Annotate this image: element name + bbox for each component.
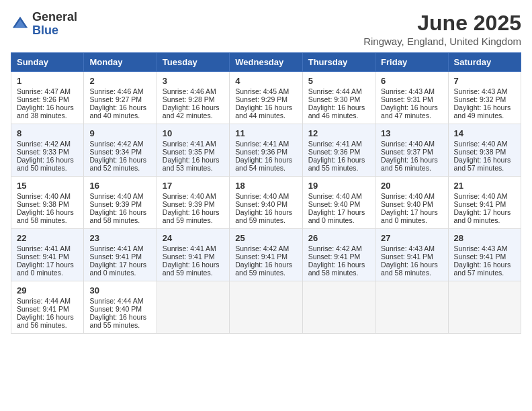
sunset-label: Sunset: 9:29 PM xyxy=(235,95,287,103)
day-number: 13 xyxy=(381,128,442,138)
sunset-label: Sunset: 9:28 PM xyxy=(163,95,215,103)
day-number: 27 xyxy=(381,233,442,243)
day-number: 15 xyxy=(17,181,78,191)
sunrise-label: Sunrise: 4:46 AM xyxy=(163,87,216,95)
logo-blue-text: Blue xyxy=(32,24,77,38)
daylight-label: Daylight: 16 hours and 59 minutes. xyxy=(235,208,292,224)
day-number: 7 xyxy=(454,76,515,86)
daylight-label: Daylight: 16 hours and 58 minutes. xyxy=(308,261,365,277)
sunset-label: Sunset: 9:41 PM xyxy=(454,200,506,208)
title-block: June 2025 Ringway, England, United Kingd… xyxy=(363,11,521,47)
day-number: 1 xyxy=(17,76,78,86)
table-row: 20 Sunrise: 4:40 AM Sunset: 9:40 PM Dayl… xyxy=(375,177,448,229)
table-row: 6 Sunrise: 4:43 AM Sunset: 9:31 PM Dayli… xyxy=(375,72,448,124)
daylight-label: Daylight: 16 hours and 44 minutes. xyxy=(235,103,292,120)
sunrise-label: Sunrise: 4:40 AM xyxy=(17,192,71,200)
logo: General Blue xyxy=(11,11,77,38)
calendar-header-row: Sunday Monday Tuesday Wednesday Thursday… xyxy=(11,53,521,72)
daylight-label: Daylight: 16 hours and 56 minutes. xyxy=(381,156,438,172)
sunset-label: Sunset: 9:32 PM xyxy=(454,95,506,103)
day-number: 18 xyxy=(235,181,296,191)
sunset-label: Sunset: 9:27 PM xyxy=(89,95,142,103)
calendar-row: 15 Sunrise: 4:40 AM Sunset: 9:38 PM Dayl… xyxy=(11,177,521,229)
sunrise-label: Sunrise: 4:40 AM xyxy=(89,192,143,200)
sunset-label: Sunset: 9:26 PM xyxy=(17,95,69,103)
daylight-label: Daylight: 16 hours and 59 minutes. xyxy=(163,208,220,224)
daylight-label: Daylight: 16 hours and 47 minutes. xyxy=(381,103,438,120)
table-row: 29 Sunrise: 4:44 AM Sunset: 9:41 PM Dayl… xyxy=(11,281,84,334)
col-tuesday: Tuesday xyxy=(157,53,229,72)
sunrise-label: Sunrise: 4:47 AM xyxy=(17,87,71,95)
daylight-label: Daylight: 16 hours and 58 minutes. xyxy=(89,208,146,224)
sunset-label: Sunset: 9:38 PM xyxy=(454,148,506,156)
sunrise-label: Sunrise: 4:42 AM xyxy=(17,140,71,148)
day-number: 5 xyxy=(308,76,369,86)
daylight-label: Daylight: 16 hours and 57 minutes. xyxy=(454,156,511,172)
day-number: 14 xyxy=(454,128,515,138)
table-row: 1 Sunrise: 4:47 AM Sunset: 9:26 PM Dayli… xyxy=(11,72,84,124)
sunset-label: Sunset: 9:35 PM xyxy=(163,148,215,156)
table-row: 23 Sunrise: 4:41 AM Sunset: 9:41 PM Dayl… xyxy=(84,229,157,281)
sunset-label: Sunset: 9:36 PM xyxy=(235,148,287,156)
table-row: 27 Sunrise: 4:43 AM Sunset: 9:41 PM Dayl… xyxy=(375,229,448,281)
daylight-label: Daylight: 16 hours and 58 minutes. xyxy=(381,261,438,277)
col-wednesday: Wednesday xyxy=(230,53,302,72)
page-header: General Blue June 2025 Ringway, England,… xyxy=(11,11,521,47)
day-number: 19 xyxy=(308,181,369,191)
daylight-label: Daylight: 16 hours and 59 minutes. xyxy=(235,261,292,277)
day-number: 2 xyxy=(89,76,150,86)
daylight-label: Daylight: 16 hours and 59 minutes. xyxy=(163,261,220,277)
day-number: 3 xyxy=(163,76,224,86)
daylight-label: Daylight: 16 hours and 40 minutes. xyxy=(89,103,146,120)
sunset-label: Sunset: 9:33 PM xyxy=(17,148,69,156)
table-row: 30 Sunrise: 4:44 AM Sunset: 9:40 PM Dayl… xyxy=(84,281,157,334)
calendar-table: Sunday Monday Tuesday Wednesday Thursday… xyxy=(11,52,521,334)
daylight-label: Daylight: 17 hours and 0 minutes. xyxy=(89,261,146,277)
table-row: 4 Sunrise: 4:45 AM Sunset: 9:29 PM Dayli… xyxy=(230,72,302,124)
sunrise-label: Sunrise: 4:43 AM xyxy=(381,244,435,253)
day-number: 20 xyxy=(381,181,442,191)
table-row: 25 Sunrise: 4:42 AM Sunset: 9:41 PM Dayl… xyxy=(230,229,302,281)
logo-icon xyxy=(11,15,30,34)
sunrise-label: Sunrise: 4:40 AM xyxy=(454,192,508,200)
calendar-row: 1 Sunrise: 4:47 AM Sunset: 9:26 PM Dayli… xyxy=(11,72,521,124)
sunrise-label: Sunrise: 4:44 AM xyxy=(17,297,71,305)
sunrise-label: Sunrise: 4:41 AM xyxy=(163,140,216,148)
table-row: 10 Sunrise: 4:41 AM Sunset: 9:35 PM Dayl… xyxy=(157,124,229,177)
day-number: 12 xyxy=(308,128,369,138)
sunrise-label: Sunrise: 4:42 AM xyxy=(308,244,362,253)
table-row: 5 Sunrise: 4:44 AM Sunset: 9:30 PM Dayli… xyxy=(302,72,375,124)
sunrise-label: Sunrise: 4:41 AM xyxy=(235,140,289,148)
day-number: 10 xyxy=(163,128,224,138)
sunset-label: Sunset: 9:41 PM xyxy=(17,253,69,261)
day-number: 4 xyxy=(235,76,296,86)
sunrise-label: Sunrise: 4:41 AM xyxy=(89,244,143,253)
daylight-label: Daylight: 16 hours and 50 minutes. xyxy=(17,156,74,172)
table-row: 9 Sunrise: 4:42 AM Sunset: 9:34 PM Dayli… xyxy=(84,124,157,177)
table-row xyxy=(375,281,448,334)
sunrise-label: Sunrise: 4:40 AM xyxy=(381,192,435,200)
daylight-label: Daylight: 17 hours and 0 minutes. xyxy=(454,208,511,224)
table-row xyxy=(157,281,229,334)
day-number: 29 xyxy=(17,285,78,295)
table-row: 13 Sunrise: 4:40 AM Sunset: 9:37 PM Dayl… xyxy=(375,124,448,177)
sunset-label: Sunset: 9:31 PM xyxy=(381,95,433,103)
sunrise-label: Sunrise: 4:40 AM xyxy=(454,140,508,148)
table-row: 21 Sunrise: 4:40 AM Sunset: 9:41 PM Dayl… xyxy=(448,177,521,229)
table-row: 17 Sunrise: 4:40 AM Sunset: 9:39 PM Dayl… xyxy=(157,177,229,229)
sunset-label: Sunset: 9:38 PM xyxy=(17,200,69,208)
col-monday: Monday xyxy=(84,53,157,72)
sunrise-label: Sunrise: 4:40 AM xyxy=(235,192,289,200)
sunset-label: Sunset: 9:40 PM xyxy=(381,200,433,208)
sunset-label: Sunset: 9:40 PM xyxy=(89,305,142,313)
sunrise-label: Sunrise: 4:46 AM xyxy=(89,87,143,95)
day-number: 8 xyxy=(17,128,78,138)
daylight-label: Daylight: 16 hours and 49 minutes. xyxy=(454,103,511,120)
sunset-label: Sunset: 9:39 PM xyxy=(89,200,142,208)
daylight-label: Daylight: 16 hours and 58 minutes. xyxy=(17,208,74,224)
table-row: 15 Sunrise: 4:40 AM Sunset: 9:38 PM Dayl… xyxy=(11,177,84,229)
sunrise-label: Sunrise: 4:42 AM xyxy=(235,244,289,253)
table-row xyxy=(448,281,521,334)
sunset-label: Sunset: 9:34 PM xyxy=(89,148,142,156)
sunset-label: Sunset: 9:41 PM xyxy=(235,253,287,261)
